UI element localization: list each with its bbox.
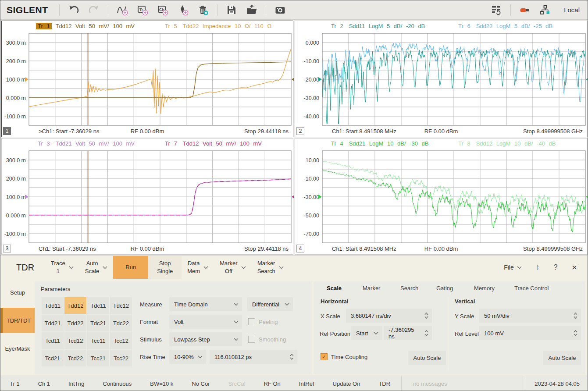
data-mem-menu[interactable]: DataMem [182, 256, 214, 279]
spinner-arrows-icon[interactable] [574, 313, 577, 319]
plot-grid: 300.0 m200.0 m100.0 m0.000 m-100.0 m [2, 149, 294, 254]
param-button-tcc22[interactable]: Tcc22 [110, 350, 132, 366]
scale-panel: ScaleMarkerSearchGatingMemoryTrace Contr… [314, 281, 585, 374]
trace-measurement-text: Tdd21 Volt 50 mV/ 100 mV [56, 140, 135, 147]
spinner-arrows-icon[interactable] [424, 313, 428, 319]
tab-search[interactable]: Search [400, 285, 418, 291]
plot-window-1[interactable]: Tr 1Tdd12 Volt 50 mV/ 100 mVTr 5Tdd22 Im… [1, 21, 293, 137]
window-number-badge[interactable]: 4 [296, 245, 304, 252]
auto-scale-horizontal-button[interactable]: Auto Scale [408, 351, 446, 365]
save-file-icon[interactable] [224, 2, 239, 18]
param-button-tcc21[interactable]: Tcc21 [87, 350, 109, 366]
add-trace-curve-icon[interactable] [114, 2, 130, 18]
tab-gating[interactable]: Gating [436, 285, 453, 291]
channel-table-icon[interactable] [488, 2, 504, 18]
open-file-icon[interactable] [244, 2, 260, 18]
param-button-tdd21[interactable]: Tdd21 [42, 315, 64, 331]
marker-off-menu[interactable]: MarkerOff [214, 256, 251, 279]
param-button-tdd22[interactable]: Tdd22 [64, 315, 86, 331]
format-dropdown[interactable]: Volt [169, 315, 242, 329]
time-coupling-checkbox[interactable]: ✓ Time Coupling [321, 353, 367, 360]
stimulus-dropdown[interactable]: Lowpass Step [169, 332, 242, 346]
tab-scale[interactable]: Scale [327, 285, 342, 291]
param-button-tdc21[interactable]: Tdc21 [87, 315, 109, 331]
local-mode-label: Local [564, 6, 580, 14]
param-button-tdc12[interactable]: Tdc12 [110, 297, 132, 314]
trace-selector[interactable]: Trace1 [45, 256, 79, 279]
measure-type-dropdown[interactable]: Time Domain [169, 297, 242, 311]
auto-scale-menu[interactable]: AutoScale [79, 256, 114, 279]
spinner-arrows-icon[interactable] [290, 354, 294, 360]
spinner-arrows-icon[interactable] [424, 330, 428, 336]
spinner-arrows-icon[interactable] [574, 330, 577, 336]
param-button-tcd21[interactable]: Tcd21 [42, 350, 64, 366]
param-button-tdd12[interactable]: Tdd12 [64, 297, 86, 314]
plot-window-3[interactable]: Tr 3Tdd21 Volt 50 mV/ 100 mVTr 7Tdd12 Vo… [1, 138, 293, 255]
sweep-start-label: Ch1: Start 8.491508 MHz [332, 245, 396, 252]
help-icon[interactable]: ? [553, 263, 557, 272]
window-number-badge[interactable]: 1 [3, 127, 11, 135]
window-number-badge[interactable]: 2 [296, 127, 304, 135]
screenshot-icon[interactable] [272, 2, 288, 18]
add-channel-icon[interactable]: Ch [155, 2, 171, 18]
trace-label-tr8[interactable]: Tr 8Sdd12 LogM 10 dB/ -40 dB [456, 140, 556, 147]
lan-network-icon[interactable] [537, 2, 553, 18]
undo-icon[interactable] [66, 2, 82, 18]
param-button-tcd12[interactable]: Tcd12 [64, 332, 86, 349]
tab-marker[interactable]: Marker [363, 285, 380, 291]
parameter-grid: Tdd11Tdd12Tdc11Tdc12Tdd21Tdd22Tdc21Tdc22… [42, 297, 132, 366]
param-button-tdc11[interactable]: Tdc11 [87, 297, 109, 314]
trace-label-tr3[interactable]: Tr 3Tdd21 Volt 50 mV/ 100 mV [36, 140, 135, 147]
add-trace-icon[interactable]: Tr [135, 2, 150, 18]
trace-label-tr6[interactable]: Tr 6Sdd22 LogM 5 dB/ -25 dB [456, 23, 552, 29]
resize-panel-icon[interactable]: ↕ [536, 263, 540, 272]
usb-device-icon[interactable] [517, 2, 533, 18]
sidebar-item-tdr-tdt[interactable]: TDR/TDT [0, 308, 35, 333]
measure-mode-dropdown[interactable]: Differential [247, 297, 293, 311]
trace-measurement-text: Sdd12 LogM 10 dB/ -40 dB [476, 140, 556, 147]
trace-label-tr5[interactable]: Tr 5Tdd22 Impedance 10 Ω/ 110 Ω [163, 23, 271, 29]
delete-trace-icon[interactable] [195, 2, 211, 18]
ref-position-input[interactable]: -7.360295 ns [384, 326, 432, 340]
ref-level-input[interactable]: 100 mV [479, 326, 581, 340]
ref-position-mode-dropdown[interactable]: Start [351, 326, 382, 340]
close-panel-icon[interactable]: × [572, 262, 577, 273]
marker-search-menu[interactable]: MarkerSearch [252, 256, 289, 279]
sidebar-item-setup[interactable]: Setup [0, 282, 35, 302]
horizontal-section-title: Horizontal [321, 298, 349, 305]
trace-label-tr7[interactable]: Tr 7Tdd12 Volt 50 mV/ 100 mV [163, 140, 262, 147]
x-scale-input[interactable]: 3.680147 ns/div [346, 309, 432, 323]
trace-label-tr1[interactable]: Tr 1Tdd12 Volt 50 mV/ 100 mV [36, 23, 135, 29]
param-button-tcc12[interactable]: Tcc12 [110, 332, 132, 349]
plot-window-4[interactable]: Tr 4Sdd21 LogM 10 dB/ -30 dBTr 8Sdd12 Lo… [295, 138, 588, 255]
tab-trace-control[interactable]: Trace Control [514, 285, 549, 291]
param-button-tcd22[interactable]: Tcd22 [64, 350, 86, 366]
smoothing-checkbox: ✓ Smoothing [248, 336, 286, 343]
stop-single-button[interactable]: StopSingle [148, 256, 182, 279]
add-marker-icon[interactable] [175, 2, 191, 18]
rise-time-range-dropdown[interactable]: 10-90% [169, 350, 206, 364]
plot-grid: 10.00-10.00-30.00-50.00-70.00 [295, 149, 588, 254]
param-button-tdc22[interactable]: Tdc22 [110, 315, 132, 331]
param-button-tdd11[interactable]: Tdd11 [42, 297, 64, 314]
file-menu[interactable]: File [504, 264, 522, 271]
trace-badge: Tr 7 [163, 140, 179, 147]
plot-area: Tr 1Tdd12 Volt 50 mV/ 100 mVTr 5Tdd22 Im… [0, 20, 588, 256]
trace-label-tr2[interactable]: Tr 2Sdd11 LogM 5 dB/ -20 dB [329, 23, 425, 29]
auto-scale-vertical-button[interactable]: Auto Scale [543, 351, 581, 365]
trace-badge: Tr 6 [456, 23, 472, 29]
trace-measurement-text: Sdd11 LogM 5 dB/ -20 dB [349, 23, 425, 29]
y-axis-label: 200.0 m [6, 58, 26, 64]
window-number-badge[interactable]: 3 [3, 245, 11, 252]
toolbar-separator [217, 4, 217, 16]
tab-memory[interactable]: Memory [474, 285, 495, 291]
param-button-tcc11[interactable]: Tcc11 [87, 332, 109, 349]
status-datetime: 2023-04-28 04:05 [523, 376, 588, 391]
param-button-tcd11[interactable]: Tcd11 [42, 332, 64, 349]
y-scale-input[interactable]: 50 mV/div [479, 309, 581, 323]
rise-time-input[interactable]: 116.010812 ps [210, 350, 297, 364]
plot-window-2[interactable]: Tr 2Sdd11 LogM 5 dB/ -20 dBTr 6Sdd22 Log… [295, 21, 588, 137]
run-button[interactable]: Run [113, 256, 148, 279]
sidebar-item-eye-mask[interactable]: Eye/Mask [0, 338, 35, 359]
trace-label-tr4[interactable]: Tr 4Sdd21 LogM 10 dB/ -30 dB [329, 140, 428, 147]
